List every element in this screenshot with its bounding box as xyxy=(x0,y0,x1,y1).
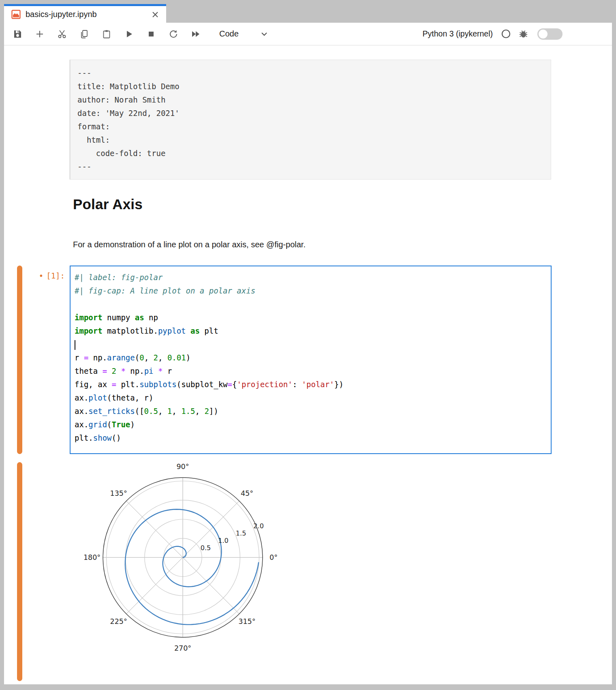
code-line: r = np.arange(0, 2, 0.01) xyxy=(75,351,548,364)
chevron-down-icon xyxy=(260,30,269,39)
interrupt-kernel-button[interactable] xyxy=(146,29,156,39)
code-line: theta = 2 * np.pi * r xyxy=(75,364,548,378)
notebook-content: ---title: Matplotlib Demoauthor: Norah S… xyxy=(4,45,612,684)
toolbar-right-group: Python 3 (ipykernel) xyxy=(423,28,612,40)
polar-plot-output: 0°45°90°135°180°225°270°315°0.51.01.52.0 xyxy=(79,458,288,669)
bug-icon[interactable] xyxy=(518,29,528,39)
run-cell-button[interactable] xyxy=(124,29,134,39)
svg-text:90°: 90° xyxy=(176,463,189,471)
code-line: import numpy as np xyxy=(75,311,548,324)
code-line: #| label: fig-polar xyxy=(75,271,548,284)
prompt-count: [1]: xyxy=(46,271,65,280)
restart-run-all-button[interactable] xyxy=(190,29,201,39)
code-line xyxy=(75,338,548,351)
notebook-icon xyxy=(11,10,21,19)
code-cell-editor[interactable]: #| label: fig-polar#| fig-cap: A line pl… xyxy=(70,266,552,454)
svg-text:2.0: 2.0 xyxy=(253,522,263,530)
prompt-dot: • xyxy=(39,271,43,280)
jupyter-window: basics-jupyter.ipynb xyxy=(4,4,612,684)
paste-icon[interactable] xyxy=(101,29,112,39)
yaml-line: date: 'May 22nd, 2021' xyxy=(77,107,543,120)
code-line: import matplotlib.pyplot as plt xyxy=(75,324,548,338)
cut-icon[interactable] xyxy=(57,29,67,39)
tab-bar: basics-jupyter.ipynb xyxy=(4,4,612,23)
yaml-line: html: xyxy=(77,133,543,147)
svg-text:270°: 270° xyxy=(174,644,191,652)
cell-type-label: Code xyxy=(219,29,239,39)
code-line: fig, ax = plt.subplots(subplot_kw={'proj… xyxy=(75,378,548,391)
code-line: #| fig-cap: A line plot on a polar axis xyxy=(75,284,548,298)
svg-text:315°: 315° xyxy=(238,617,255,626)
execution-prompt: • [1]: xyxy=(26,271,65,280)
yaml-line: format: xyxy=(77,120,543,133)
cell-type-dropdown[interactable]: Code xyxy=(219,29,269,39)
svg-text:0°: 0° xyxy=(270,553,278,561)
save-button[interactable] xyxy=(12,29,23,39)
yaml-line: --- xyxy=(77,66,543,80)
svg-text:1.0: 1.0 xyxy=(218,537,228,544)
kernel-idle-circle-icon[interactable] xyxy=(501,29,511,39)
text-cursor xyxy=(75,340,75,350)
code-line: ax.plot(theta, r) xyxy=(75,391,548,405)
yaml-line: title: Matplotlib Demo xyxy=(77,80,543,93)
code-line: ax.grid(True) xyxy=(75,418,548,431)
toolbar-toggle[interactable] xyxy=(537,28,563,40)
svg-text:45°: 45° xyxy=(241,489,253,497)
insert-cell-button[interactable] xyxy=(34,29,45,39)
svg-text:135°: 135° xyxy=(110,489,127,497)
svg-text:1.5: 1.5 xyxy=(236,529,246,537)
polar-figure-svg: 0°45°90°135°180°225°270°315°0.51.01.52.0 xyxy=(79,458,288,669)
restart-kernel-button[interactable] xyxy=(168,29,179,39)
output-collapser[interactable] xyxy=(17,462,22,681)
yaml-line: code-fold: true xyxy=(77,147,543,160)
close-icon[interactable] xyxy=(151,10,160,19)
code-line xyxy=(75,298,548,311)
yaml-line: author: Norah Smith xyxy=(77,93,543,107)
svg-text:225°: 225° xyxy=(110,617,127,626)
yaml-line: --- xyxy=(77,160,543,174)
code-line: plt.show() xyxy=(75,431,548,445)
code-line: ax.set_rticks([0.5, 1, 1.5, 2]) xyxy=(75,405,548,418)
markdown-paragraph: For a demonstration of a line plot on a … xyxy=(73,240,306,249)
copy-icon[interactable] xyxy=(79,29,90,39)
code-cell-collapser[interactable] xyxy=(17,266,22,454)
section-heading: Polar Axis xyxy=(73,196,143,212)
toggle-knob xyxy=(539,30,548,39)
svg-text:180°: 180° xyxy=(83,553,101,561)
notebook-toolbar: Code Python 3 (ipykernel) xyxy=(4,23,612,45)
svg-text:0.5: 0.5 xyxy=(201,544,211,552)
tab-title: basics-jupyter.ipynb xyxy=(26,10,151,19)
yaml-frontmatter-cell[interactable]: ---title: Matplotlib Demoauthor: Norah S… xyxy=(70,60,551,180)
notebook-tab[interactable]: basics-jupyter.ipynb xyxy=(4,4,166,23)
kernel-name[interactable]: Python 3 (ipykernel) xyxy=(423,29,493,39)
